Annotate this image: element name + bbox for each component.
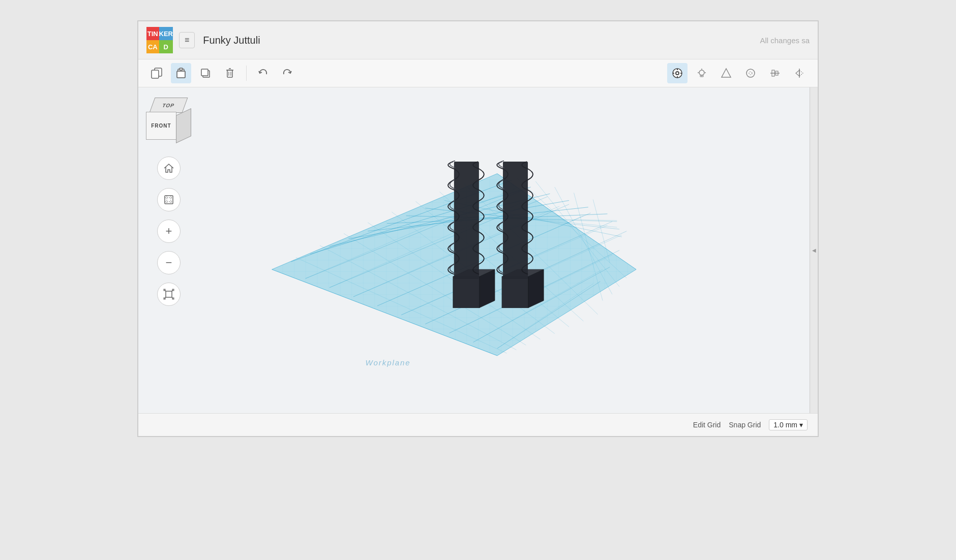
logo-ker: KER: [159, 27, 173, 40]
snap-grid-value[interactable]: 1.0 mm ▾: [769, 419, 808, 430]
toolbar-right: [667, 63, 810, 83]
light-button[interactable]: [692, 63, 712, 83]
right-panel[interactable]: ◀: [810, 87, 818, 413]
cube-top-face: TOP: [150, 98, 188, 113]
svg-point-14: [676, 72, 678, 74]
shape-button[interactable]: [716, 63, 736, 83]
logo-tin: TIN: [146, 27, 159, 40]
svg-marker-33: [799, 70, 803, 76]
tinkercad-logo: TIN KER CA D: [146, 27, 173, 53]
zoom-out-icon: −: [166, 257, 172, 268]
bottom-bar: Edit Grid Snap Grid 1.0 mm ▾: [138, 413, 818, 436]
snap-grid-value-text: 1.0 mm: [773, 421, 797, 429]
snap-grid-dropdown-icon: ▾: [799, 421, 803, 429]
svg-rect-100: [453, 276, 480, 307]
fit-view-button[interactable]: [157, 188, 181, 211]
hole-button[interactable]: [740, 63, 761, 83]
svg-rect-4: [177, 71, 185, 78]
delete-button[interactable]: [220, 63, 240, 83]
cube-right-face: [176, 108, 191, 143]
menu-button[interactable]: ≡: [179, 32, 195, 48]
toolbar: [138, 59, 818, 87]
zoom-in-button[interactable]: +: [157, 220, 181, 243]
logo-cad2: D: [159, 40, 173, 53]
toolbar-divider-1: [246, 66, 247, 81]
zoom-out-button[interactable]: −: [157, 251, 181, 274]
svg-point-27: [749, 72, 752, 75]
redo-button[interactable]: [277, 63, 297, 83]
view-cube[interactable]: TOP FRONT: [146, 98, 192, 143]
svg-rect-7: [227, 70, 232, 77]
svg-rect-34: [165, 196, 173, 204]
cube-front-face: FRONT: [146, 112, 176, 140]
svg-rect-103: [502, 276, 528, 307]
undo-button[interactable]: [253, 63, 273, 83]
project-title: Funky Juttuli: [203, 35, 260, 46]
duplicate-button[interactable]: [195, 63, 216, 83]
svg-marker-25: [722, 69, 731, 77]
logo-cad1: CA: [146, 40, 159, 53]
save-status: All changes sa: [760, 36, 810, 45]
copy-button[interactable]: [146, 63, 167, 83]
svg-rect-3: [180, 68, 183, 70]
header: TIN KER CA D ≡ Funky Juttuli All changes…: [138, 21, 818, 59]
svg-point-19: [699, 70, 704, 75]
svg-rect-1: [152, 70, 159, 78]
svg-point-26: [746, 69, 755, 77]
home-button[interactable]: [157, 157, 181, 180]
edit-grid-button[interactable]: Edit Grid: [693, 421, 721, 429]
main-area: TOP FRONT: [138, 87, 818, 413]
zoom-in-icon: +: [166, 226, 172, 237]
scene-svg: Workplane: [138, 87, 818, 413]
snap-grid-label: Snap Grid: [729, 421, 761, 429]
svg-marker-32: [796, 70, 799, 76]
align-button[interactable]: [765, 63, 785, 83]
cube-visual: TOP FRONT: [146, 98, 192, 143]
viewport[interactable]: Workplane: [138, 87, 818, 413]
panel-toggle-icon: ◀: [811, 247, 817, 253]
svg-rect-39: [166, 291, 172, 297]
svg-rect-6: [201, 69, 208, 76]
paste-button[interactable]: [171, 63, 191, 83]
mirror-button[interactable]: [789, 63, 810, 83]
perspective-button[interactable]: [157, 283, 181, 306]
view-toggle-button[interactable]: [667, 63, 688, 83]
left-panel: TOP FRONT: [138, 87, 199, 413]
workplane-label: Workplane: [365, 358, 410, 367]
